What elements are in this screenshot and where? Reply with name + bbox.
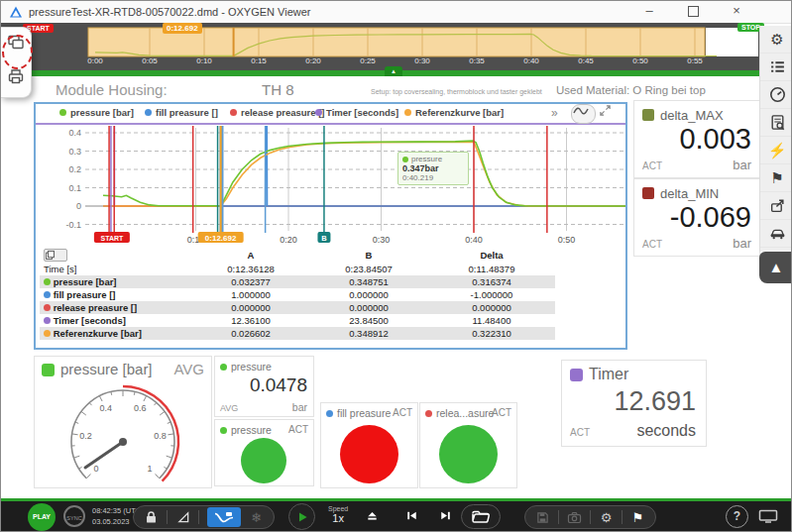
maximize-icon <box>688 6 699 17</box>
svg-text:1: 1 <box>147 464 152 474</box>
pressure-indicator[interactable]: pressure ACT <box>214 419 314 486</box>
svg-text:0:12.692: 0:12.692 <box>205 234 237 243</box>
skip-to-start-button[interactable] <box>405 509 418 522</box>
eject-button[interactable] <box>366 509 379 522</box>
svg-text:START: START <box>100 235 124 242</box>
legend-item-release[interactable]: release preasure [] <box>230 107 325 118</box>
svg-text:0.6: 0.6 <box>134 403 147 413</box>
delta-max-unit: bar <box>733 158 751 172</box>
lock-icon[interactable] <box>144 510 159 525</box>
screen-config-icon[interactable] <box>758 509 778 523</box>
svg-text:0.8: 0.8 <box>154 431 167 441</box>
speedometer-icon[interactable] <box>760 81 792 109</box>
main-chart-plot[interactable]: -0.100.10.20.30.40:100:200:300:400:50STA… <box>36 124 625 245</box>
oxygen-viewer-window: pressureTest-XR-RTD8-00570022.dmd - OXYG… <box>0 0 792 532</box>
pressure-avg-meter[interactable]: pressure 0.0478 AVG bar <box>214 356 314 417</box>
overview-cursor-badge[interactable]: 0:12.692 <box>163 23 202 34</box>
delta-max-color-square <box>642 109 654 121</box>
delta-min-color-square <box>642 187 654 199</box>
right-sidebar: ⚙⚡⚑ <box>759 26 792 252</box>
legend-item-timer[interactable]: Timer [seconds] <box>315 107 398 118</box>
pressure-avg-mode: AVG <box>220 403 238 413</box>
help-button[interactable]: ? <box>726 505 748 528</box>
expand-chart-button[interactable] <box>599 104 622 122</box>
svg-text:0: 0 <box>94 464 99 474</box>
delta-max-name: delta_MAX <box>660 108 724 123</box>
pressure-dot <box>44 278 51 285</box>
delta-max-mode: ACT <box>642 160 662 171</box>
pressure-dot <box>59 109 66 116</box>
svg-text:0.2: 0.2 <box>79 431 92 441</box>
overview-tick-label: 0:25 <box>360 56 376 65</box>
table-row-referenz: Referenzkurve [bar] 0.026602 0.348912 0.… <box>40 327 555 340</box>
pressure-avg-value: 0.0478 <box>250 374 307 396</box>
fill-preasure-indicator[interactable]: fill preasure ACT <box>320 402 418 488</box>
delta-max-meter[interactable]: delta_MAX 0.003 ACT bar <box>633 100 760 178</box>
tooltip-time: 0:40.219 <box>402 173 464 182</box>
legend-overflow-button[interactable]: » <box>551 106 558 120</box>
maximize-button[interactable] <box>678 1 708 22</box>
svg-text:0.4: 0.4 <box>99 403 112 413</box>
skip-to-end-button[interactable] <box>439 509 452 522</box>
timeline-scrollbar[interactable] <box>1 70 759 76</box>
timer-unit: seconds <box>636 422 696 440</box>
svg-text:0.1: 0.1 <box>68 183 81 193</box>
tooltip-value: 0.347bar <box>402 163 464 173</box>
flag-icon[interactable]: ⚑ <box>760 164 792 192</box>
measurement-table: A B Delta Time [s] 0:12.36128 0:23.84507… <box>40 248 555 340</box>
used-material-note: Used Material: O Ring bei top <box>556 84 706 96</box>
lightning-icon[interactable]: ⚡ <box>760 137 792 164</box>
legend-item-pressure[interactable]: pressure [bar] <box>59 107 134 118</box>
report-icon[interactable] <box>760 109 792 137</box>
timeline-center-tab[interactable]: ▲ <box>385 66 402 76</box>
freeze-icon[interactable]: ❄ <box>249 510 264 525</box>
delta-min-unit: bar <box>733 236 751 251</box>
playback-play-button[interactable] <box>288 503 315 530</box>
table-header-row: A B Delta <box>40 248 555 263</box>
divider <box>167 510 168 524</box>
open-file-button[interactable] <box>461 504 501 529</box>
signal-mode-button[interactable] <box>571 104 596 124</box>
car-icon[interactable] <box>760 220 792 248</box>
play-mode-button[interactable]: PLAY <box>28 503 56 531</box>
dewetron-logo-tab[interactable]: ▲ <box>759 252 792 283</box>
printer-highlight-annotation <box>2 35 33 69</box>
copy-icon <box>45 250 66 261</box>
sync-button[interactable]: SYNC <box>63 505 85 527</box>
legend-item-fill[interactable]: fill preasure [] <box>145 107 218 118</box>
chart-legend: pressure [bar] fill preasure [] release … <box>36 104 625 125</box>
minimize-button[interactable]: – <box>634 1 664 22</box>
screenshot-icon[interactable] <box>567 510 582 525</box>
referenz-dot <box>44 330 51 337</box>
gear-icon[interactable]: ⚙ <box>760 26 792 53</box>
table-row-release: release preasure [] 0.000000 0.000000 0.… <box>40 301 555 314</box>
title-bar: pressureTest-XR-RTD8-00570022.dmd - OXYG… <box>1 1 792 24</box>
save-icon[interactable] <box>535 510 550 525</box>
signal-view-button[interactable] <box>207 507 241 527</box>
delta-min-meter[interactable]: delta_MIN -0.069 ACT bar <box>633 178 760 257</box>
speed-control[interactable]: Speed 1x <box>328 505 348 524</box>
overview-tick-label: 0:30 <box>414 56 430 65</box>
list-icon[interactable] <box>760 53 792 81</box>
measure-tool-icon[interactable] <box>175 510 190 525</box>
printer-icon[interactable] <box>7 67 25 85</box>
timer-meter[interactable]: Timer 12.691 ACT seconds <box>561 360 707 447</box>
delta-min-value: -0.069 <box>670 201 751 234</box>
pressure-gauge-widget[interactable]: pressure [bar] AVG 00.20.40.60.81 <box>34 356 212 488</box>
overview-tick-label: 0:15 <box>251 56 267 65</box>
settings-gear-icon[interactable]: ⚙ <box>599 510 614 525</box>
timer-dot <box>315 109 322 116</box>
overview-tick-label: 0:55 <box>687 56 703 65</box>
release-state-lamp <box>439 425 498 483</box>
legend-item-referenz[interactable]: Referenzkurve [bar] <box>404 107 504 118</box>
share-icon[interactable] <box>760 192 792 220</box>
close-button[interactable]: × <box>722 1 751 22</box>
svg-text:0.2: 0.2 <box>68 164 81 174</box>
table-row-fill: fill preasure [] 1.000000 0.000000 -1.00… <box>40 288 555 301</box>
copy-table-button[interactable] <box>44 249 67 262</box>
recorder-chart-panel[interactable]: pressure [bar] fill preasure [] release … <box>34 102 627 350</box>
release-preasure-indicator[interactable]: relea...asure ACT <box>419 402 517 488</box>
marker-flag-icon[interactable]: ⚑ <box>630 510 645 525</box>
pressure-state-lamp <box>241 438 286 483</box>
column-b-header: B <box>309 248 428 263</box>
